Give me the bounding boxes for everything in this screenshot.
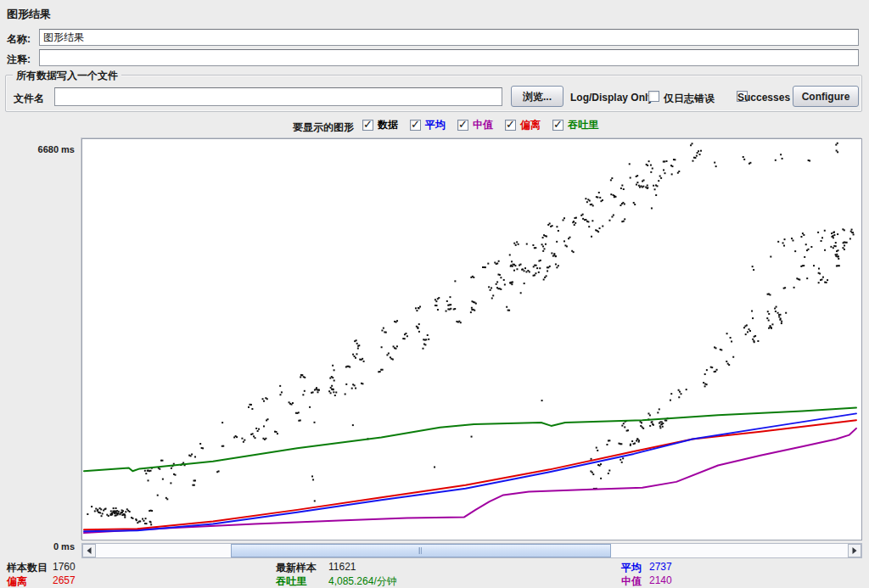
data-checkbox-label: 数据 (378, 118, 398, 132)
throughput-checkbox-label: 吞吐里 (568, 118, 598, 132)
comments-input[interactable] (39, 49, 859, 66)
graph-hscrollbar[interactable] (81, 543, 862, 558)
deviation-checkbox-label: 偏离 (520, 118, 541, 132)
graph-canvas (82, 139, 861, 540)
average-stat-label: 平均 (621, 561, 642, 575)
scrollbar-track[interactable] (96, 544, 848, 557)
deviation-stat-value: 2657 (53, 574, 76, 586)
samples-count-value: 1760 (53, 561, 76, 573)
name-input[interactable] (39, 29, 859, 46)
scrollbar-thumb[interactable] (231, 544, 610, 557)
throughput-stat-value: 4,085.264/分钟 (328, 574, 397, 588)
median-stat-value: 2140 (649, 574, 672, 586)
y-axis-min-label: 0 ms (0, 541, 75, 552)
samples-count-label: 样本数目 (7, 561, 48, 575)
write-to-file-group-title: 所有数据写入一个文件 (13, 69, 121, 83)
data-checkbox[interactable] (362, 120, 373, 131)
latest-sample-value: 11621 (328, 561, 356, 573)
deviation-stat-label: 偏离 (7, 574, 27, 588)
errors-only-checkbox[interactable] (648, 91, 659, 102)
graphs-to-display-label: 要显示的图形 (293, 121, 354, 133)
median-checkbox-label: 中值 (473, 118, 493, 132)
throughput-stat-label: 吞吐里 (276, 574, 306, 588)
browse-button[interactable]: 浏览... (511, 86, 563, 107)
average-stat-value: 2737 (649, 561, 672, 573)
comments-label: 注释: (7, 53, 31, 67)
filename-label: 文件名 (14, 92, 44, 106)
scroll-right-button[interactable] (848, 544, 861, 557)
name-label: 名称: (7, 32, 31, 47)
graph-results-panel: 图形结果 名称: 注释: 所有数据写入一个文件 文件名 浏览... Log/Di… (0, 0, 869, 588)
errors-only-label: 仅日志错误 (664, 92, 715, 106)
page-title: 图形结果 (7, 7, 51, 22)
scroll-right-arrow-icon (853, 547, 857, 554)
latest-sample-label: 最新样本 (276, 561, 317, 575)
scroll-left-arrow-icon (87, 547, 92, 554)
log-display-only-label: Log/Display Only: (570, 92, 657, 104)
scroll-left-button[interactable] (82, 544, 96, 557)
median-checkbox[interactable] (457, 120, 468, 131)
throughput-checkbox[interactable] (552, 120, 563, 131)
scrollbar-thumb-grip-icon (419, 547, 423, 554)
deviation-checkbox[interactable] (505, 120, 516, 131)
filename-input[interactable] (54, 87, 502, 106)
configure-button[interactable]: Configure (793, 86, 859, 107)
median-stat-label: 中值 (621, 574, 642, 588)
average-checkbox[interactable] (410, 120, 421, 131)
graph-plot-area (81, 138, 862, 540)
y-axis-max-label: 6680 ms (0, 144, 75, 154)
average-checkbox-label: 平均 (425, 118, 446, 132)
successes-label: Successes (737, 92, 790, 104)
